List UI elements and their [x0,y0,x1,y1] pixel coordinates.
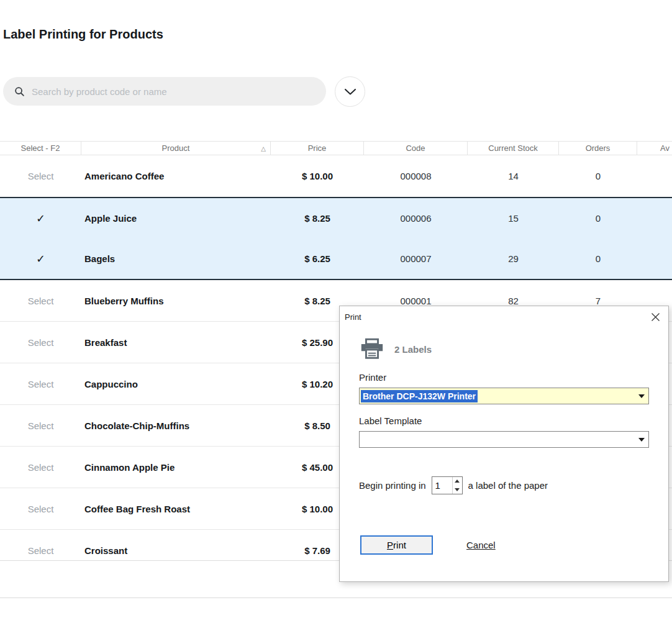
printer-select[interactable]: Brother DCP-J132W Printer [359,388,649,404]
header-price[interactable]: Price [271,142,364,155]
select-label: Select [28,420,54,431]
dialog-body: 2 Labels Printer Brother DCP-J132W Print… [340,337,668,555]
header-available[interactable]: Av [637,142,672,155]
table-row: ✓ Bagels $ 6.25 000007 29 0 [0,239,672,280]
begin-printing-text-after: a label of the paper [468,480,548,491]
search-input[interactable] [32,86,326,97]
select-cell[interactable]: ✓ Select [0,447,81,488]
dialog-title: Print [345,312,361,322]
select-cell[interactable]: ✓ Select [0,155,81,197]
header-orders[interactable]: Orders [559,142,637,155]
select-cell[interactable]: ✓ Select [0,530,81,561]
begin-label-input[interactable]: 1 [432,476,463,494]
print-button[interactable]: Print [360,535,433,555]
select-cell[interactable]: ✓ Select [0,322,81,363]
product-code: 000006 [364,198,468,239]
table-row: ✓ Apple Juice $ 8.25 000006 15 0 [0,197,672,239]
header-select[interactable]: Select - F2 [0,142,81,155]
chevron-down-icon [345,89,356,95]
select-label: Select [28,337,54,348]
product-orders: 0 [559,155,637,197]
product-price: $ 8.25 [271,198,364,239]
product-name: Bagels [81,239,271,279]
product-name: Blueberry Muffins [81,280,271,321]
labels-count: 2 Labels [394,344,432,355]
select-cell[interactable]: ✓ Select [0,280,81,321]
expand-options-button[interactable] [335,76,365,107]
select-cell[interactable]: ✓ Select [0,488,81,529]
checkmark-icon: ✓ [36,212,45,225]
header-current-stock[interactable]: Current Stock [468,142,559,155]
select-cell[interactable]: ✓ [0,198,81,239]
select-cell[interactable]: ✓ Select [0,363,81,404]
product-code: 000008 [364,155,468,197]
product-available [637,155,672,197]
product-code: 000007 [364,239,468,279]
dialog-actions: Print Cancel [360,535,649,555]
header-product[interactable]: Product △ [81,142,271,155]
dialog-titlebar: Print [340,306,668,325]
sort-asc-icon: △ [261,145,266,152]
product-name: Breakfast [81,322,271,363]
product-name: Apple Juice [81,198,271,239]
search-bar[interactable] [3,77,326,106]
labels-summary: 2 Labels [359,337,649,361]
product-available [637,239,672,279]
begin-printing-text-before: Begin printing in [359,480,426,491]
select-cell[interactable]: ✓ [0,239,81,279]
bottom-divider [0,598,672,598]
select-label: Select [28,171,54,181]
search-icon [14,86,25,97]
select-label: Select [28,296,54,306]
select-cell[interactable]: ✓ Select [0,405,81,446]
select-label: Select [28,545,54,556]
cancel-button[interactable]: Cancel [466,540,496,550]
spinner [452,477,462,494]
begin-printing-row: Begin printing in 1 a label of the paper [359,476,649,494]
select-label: Select [28,504,54,514]
product-name: Cinnamon Apple Pie [81,447,271,488]
begin-label-value: 1 [432,477,452,494]
dropdown-arrow-icon [638,394,645,398]
product-name: Americano Coffee [81,155,271,197]
dropdown-arrow-icon [638,438,645,442]
print-dialog: Print 2 Labels Printer [339,306,669,582]
product-available [637,198,672,239]
select-label: Select [28,379,54,389]
header-code[interactable]: Code [364,142,468,155]
product-name: Croissant [81,530,271,561]
printer-selected-value: Brother DCP-J132W Printer [361,390,478,402]
header-product-label: Product [162,143,190,153]
product-price: $ 10.00 [271,155,364,197]
product-stock: 14 [468,155,559,197]
printer-icon [359,337,385,361]
printer-label: Printer [359,372,649,383]
close-icon [652,313,660,321]
product-orders: 0 [559,239,637,279]
product-name: Cappuccino [81,363,271,404]
select-label: Select [28,462,54,473]
product-name: Coffee Bag Fresh Roast [81,488,271,529]
table-header: Select - F2 Product △ Price Code Current… [0,141,672,155]
close-button[interactable] [650,312,661,322]
table-row: ✓ Select Americano Coffee $ 10.00 000008… [0,155,672,197]
product-name: Chocolate-Chip-Muffins [81,405,271,446]
checkmark-icon: ✓ [36,252,45,266]
product-orders: 0 [559,198,637,239]
spinner-down-icon[interactable] [453,486,462,494]
product-stock: 15 [468,198,559,239]
label-template-select[interactable] [359,431,649,448]
page-title: Label Printing for Products [3,27,163,42]
product-price: $ 6.25 [271,239,364,279]
product-stock: 29 [468,239,559,279]
spinner-up-icon[interactable] [453,477,462,486]
label-template-label: Label Template [359,416,649,426]
